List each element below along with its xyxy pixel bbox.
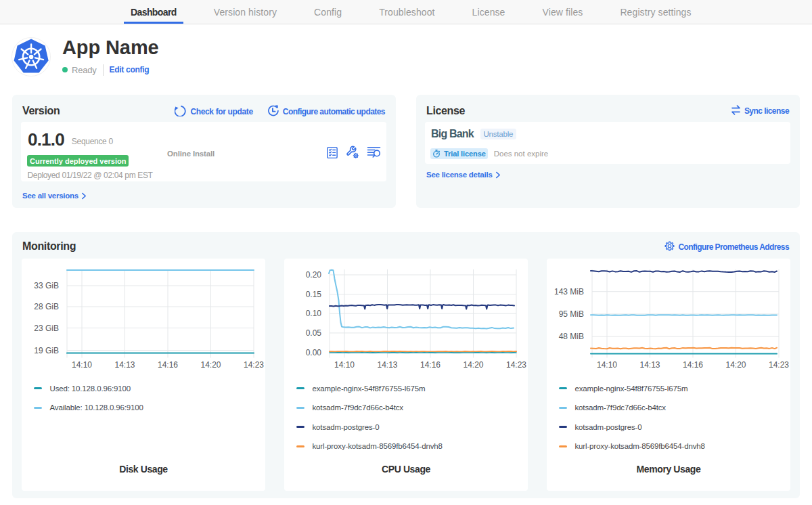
svg-text:14:20: 14:20 [200, 360, 221, 370]
svg-text:14:16: 14:16 [158, 360, 178, 370]
svg-text:95 MiB: 95 MiB [559, 309, 584, 319]
svg-text:14:23: 14:23 [244, 360, 264, 370]
svg-text:14:13: 14:13 [377, 360, 397, 370]
svg-text:0.20: 0.20 [306, 270, 322, 280]
svg-text:23 GiB: 23 GiB [34, 324, 59, 333]
svg-text:14:16: 14:16 [683, 360, 703, 370]
svg-text:14:20: 14:20 [725, 360, 746, 370]
svg-text:14:16: 14:16 [420, 360, 441, 370]
svg-text:48 MiB: 48 MiB [559, 332, 584, 341]
svg-text:33 GiB: 33 GiB [34, 281, 59, 290]
svg-text:14:10: 14:10 [597, 360, 617, 370]
svg-text:0.05: 0.05 [306, 328, 322, 338]
svg-text:14:10: 14:10 [72, 360, 92, 370]
svg-text:14:20: 14:20 [463, 360, 483, 370]
svg-text:0.15: 0.15 [306, 290, 322, 299]
svg-text:0.00: 0.00 [306, 348, 322, 357]
svg-text:14:13: 14:13 [114, 360, 135, 370]
svg-text:14:23: 14:23 [506, 360, 526, 370]
svg-text:143 MiB: 143 MiB [554, 287, 584, 297]
svg-text:14:23: 14:23 [769, 360, 789, 370]
svg-text:14:13: 14:13 [639, 360, 660, 370]
svg-text:14:10: 14:10 [334, 360, 355, 370]
svg-text:19 GiB: 19 GiB [34, 346, 59, 355]
svg-text:0.10: 0.10 [306, 309, 322, 318]
svg-text:28 GiB: 28 GiB [34, 302, 59, 311]
